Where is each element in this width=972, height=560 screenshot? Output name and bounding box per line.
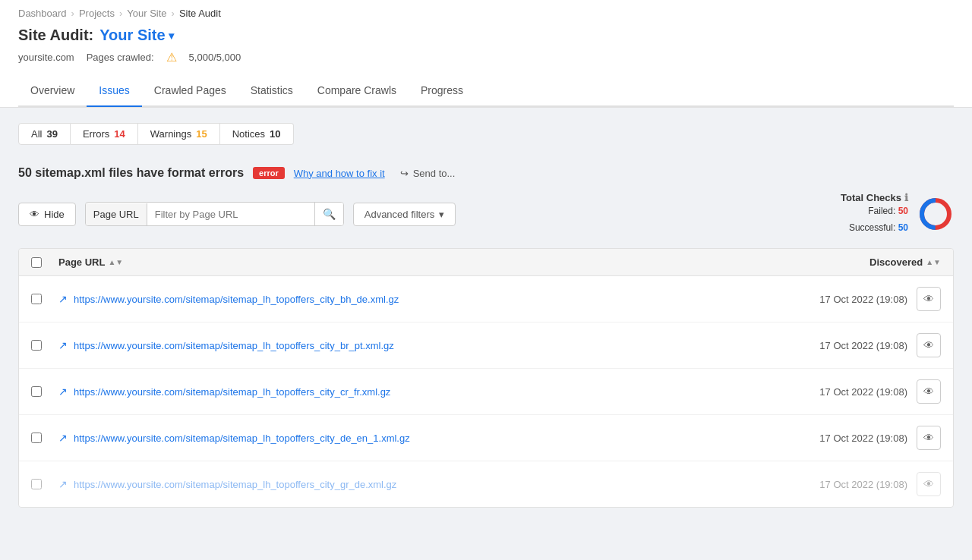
checks-stats: Failed: 50 Successful: 50	[841, 203, 908, 236]
external-link-icon: ↗	[58, 293, 68, 305]
row-url-cell: ↗ https://www.yoursite.com/sitemap/sitem…	[58, 432, 789, 444]
filter-tabs: All 39 Errors 14 Warnings 15 Notices 10	[18, 123, 954, 145]
row-checkbox[interactable]	[31, 433, 42, 443]
row-checkbox-cell	[31, 340, 58, 351]
failed-count: 50	[898, 206, 908, 216]
row-discovered-cell: 17 Oct 2022 (19:08) 👁	[789, 379, 941, 404]
url-filter-input[interactable]	[147, 203, 314, 225]
row-eye-button[interactable]: 👁	[917, 287, 941, 311]
row-eye-button[interactable]: 👁	[917, 379, 941, 404]
external-link-icon: ↗	[58, 432, 68, 444]
advanced-filters-button[interactable]: Advanced filters ▾	[353, 203, 456, 226]
hide-button[interactable]: 👁 Hide	[18, 203, 76, 226]
url-link[interactable]: https://www.yoursite.com/sitemap/sitemap…	[74, 386, 390, 398]
chevron-down-icon: ▾	[439, 209, 444, 220]
filter-notices-label: Notices	[232, 128, 265, 140]
col-discovered-label: Discovered	[869, 256, 923, 268]
filter-errors-label: Errors	[83, 128, 109, 140]
discovered-date: 17 Oct 2022 (19:08)	[819, 479, 907, 490]
tab-progress[interactable]: Progress	[409, 75, 475, 107]
fix-link[interactable]: Why and how to fix it	[294, 168, 385, 179]
tab-issues[interactable]: Issues	[87, 75, 141, 107]
url-link[interactable]: https://www.yoursite.com/sitemap/sitemap…	[74, 294, 399, 305]
row-discovered-cell: 17 Oct 2022 (19:08) 👁	[789, 333, 941, 357]
breadcrumb-projects[interactable]: Projects	[79, 8, 115, 19]
header-checkbox-cell	[31, 257, 58, 268]
row-checkbox-cell	[31, 433, 58, 443]
row-checkbox-cell	[31, 479, 58, 489]
data-table: Page URL ▲▼ Discovered ▲▼ ↗ https://www.…	[18, 248, 954, 508]
issue-title: 50 sitemap.xml files have format errors	[18, 166, 244, 180]
table-row: ↗ https://www.yoursite.com/sitemap/sitem…	[19, 415, 953, 461]
search-icon[interactable]: 🔍	[314, 203, 343, 225]
row-discovered-cell: 17 Oct 2022 (19:08) 👁	[789, 287, 941, 311]
nav-tabs: Overview Issues Crawled Pages Statistics…	[18, 75, 954, 107]
filter-notices-count: 10	[270, 128, 280, 140]
total-checks-label: Total Checks ℹ	[841, 192, 908, 203]
url-link[interactable]: https://www.yoursite.com/sitemap/sitemap…	[74, 479, 396, 490]
tab-statistics[interactable]: Statistics	[238, 75, 305, 107]
meta-row: yoursite.com Pages crawled: ⚠ 5,000/5,00…	[18, 47, 954, 72]
row-checkbox[interactable]	[31, 386, 42, 397]
filter-warnings[interactable]: Warnings 15	[138, 123, 220, 145]
total-checks: Total Checks ℹ Failed: 50 Successful: 50	[841, 192, 954, 236]
row-url-cell: ↗ https://www.yoursite.com/sitemap/sitem…	[58, 385, 789, 398]
pages-count: 5,000/5,000	[189, 52, 241, 63]
row-eye-button[interactable]: 👁	[917, 472, 941, 496]
tab-compare-crawls[interactable]: Compare Crawls	[305, 75, 409, 107]
success-label: Successful:	[849, 222, 895, 233]
toolbar: 👁 Hide Page URL 🔍 Advanced filters ▾ Tot…	[18, 192, 954, 236]
discovered-date: 17 Oct 2022 (19:08)	[819, 294, 907, 305]
discovered-date: 17 Oct 2022 (19:08)	[819, 433, 907, 444]
info-icon[interactable]: ℹ	[904, 192, 908, 203]
row-url-cell: ↗ https://www.yoursite.com/sitemap/sitem…	[58, 478, 789, 490]
filter-errors-count: 14	[114, 128, 125, 140]
table-body: ↗ https://www.yoursite.com/sitemap/sitem…	[19, 276, 953, 507]
external-link-icon: ↗	[58, 478, 68, 490]
tab-crawled-pages[interactable]: Crawled Pages	[142, 75, 238, 107]
send-to-button[interactable]: ↪ Send to...	[400, 168, 456, 179]
filter-warnings-count: 15	[196, 128, 207, 140]
row-checkbox[interactable]	[31, 479, 42, 489]
table-header: Page URL ▲▼ Discovered ▲▼	[19, 249, 953, 276]
filter-notices[interactable]: Notices 10	[220, 123, 294, 145]
row-checkbox-cell	[31, 386, 58, 397]
breadcrumb-your-site[interactable]: Your Site	[127, 8, 166, 19]
site-name-text: Your Site	[99, 27, 165, 44]
filter-errors[interactable]: Errors 14	[71, 123, 138, 145]
col-header-url[interactable]: Page URL ▲▼	[58, 256, 789, 268]
filter-all-count: 39	[46, 128, 57, 140]
filter-all-label: All	[31, 128, 42, 140]
issue-header: 50 sitemap.xml files have format errors …	[18, 157, 954, 192]
table-row: ↗ https://www.yoursite.com/sitemap/sitem…	[19, 369, 953, 415]
row-checkbox[interactable]	[31, 340, 42, 351]
table-row: ↗ https://www.yoursite.com/sitemap/sitem…	[19, 322, 953, 369]
external-link-icon: ↗	[58, 385, 68, 398]
row-eye-button[interactable]: 👁	[917, 426, 941, 450]
row-discovered-cell: 17 Oct 2022 (19:08) 👁	[789, 426, 941, 450]
url-link[interactable]: https://www.yoursite.com/sitemap/sitemap…	[74, 433, 410, 444]
col-header-discovered[interactable]: Discovered ▲▼	[789, 256, 941, 268]
chevron-down-icon: ▾	[169, 30, 174, 42]
tab-overview[interactable]: Overview	[18, 75, 87, 107]
warning-icon: ⚠	[166, 50, 177, 64]
breadcrumb-dashboard[interactable]: Dashboard	[18, 8, 67, 19]
external-link-icon: ↗	[58, 339, 68, 351]
site-name-button[interactable]: Your Site ▾	[99, 27, 173, 44]
send-to-label: Send to...	[413, 168, 456, 179]
error-badge: error	[253, 167, 285, 179]
select-all-checkbox[interactable]	[31, 257, 42, 268]
domain-label: yoursite.com	[18, 52, 74, 63]
donut-chart	[917, 196, 954, 232]
breadcrumb: Dashboard › Projects › Your Site › Site …	[18, 0, 954, 22]
sort-discovered-icon: ▲▼	[926, 258, 941, 266]
table-row: ↗ https://www.yoursite.com/sitemap/sitem…	[19, 276, 953, 322]
site-audit-label: Site Audit:	[18, 27, 93, 44]
url-link[interactable]: https://www.yoursite.com/sitemap/sitemap…	[74, 340, 394, 351]
row-url-cell: ↗ https://www.yoursite.com/sitemap/sitem…	[58, 293, 789, 305]
row-checkbox[interactable]	[31, 294, 42, 304]
send-arrow-icon: ↪	[400, 168, 409, 179]
advanced-filters-label: Advanced filters	[364, 209, 435, 220]
row-eye-button[interactable]: 👁	[917, 333, 941, 357]
filter-all[interactable]: All 39	[18, 123, 71, 145]
